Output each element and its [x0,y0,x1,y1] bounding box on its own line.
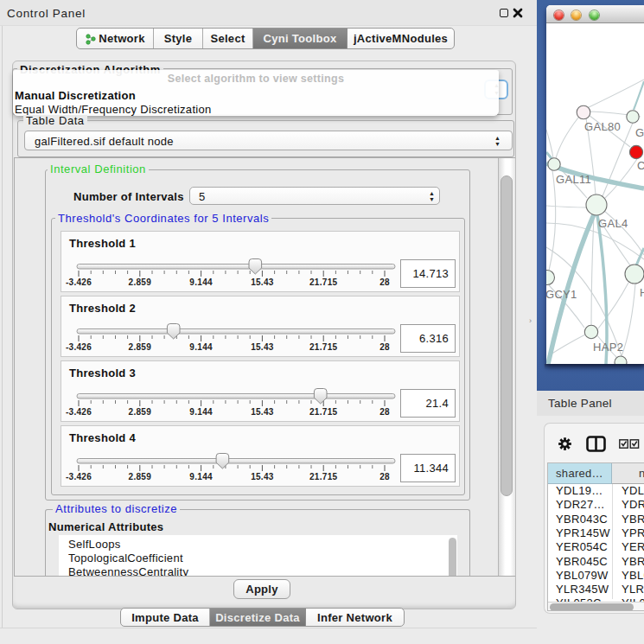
svg-text:15.43: 15.43 [251,407,274,417]
svg-text:28: 28 [379,277,390,287]
svg-text:15.43: 15.43 [251,472,274,481]
svg-text:2.859: 2.859 [129,472,152,481]
svg-text:9.144: 9.144 [189,472,213,481]
svg-text:9.144: 9.144 [189,342,213,352]
svg-text:9.144: 9.144 [189,277,213,287]
svg-text:21.715: 21.715 [309,277,338,287]
svg-text:-3.426: -3.426 [66,407,92,417]
svg-text:GA: GA [635,126,644,139]
svg-text:-3.426: -3.426 [66,472,92,481]
svg-text:21.715: 21.715 [309,342,338,352]
svg-text:2.859: 2.859 [129,407,152,417]
svg-text:HAP2: HAP2 [593,341,623,354]
svg-text:-3.426: -3.426 [66,342,92,352]
svg-text:2.859: 2.859 [129,277,152,287]
svg-text:GAL4: GAL4 [598,217,628,230]
svg-text:C: C [637,159,644,172]
svg-text:21.715: 21.715 [309,407,338,417]
svg-text:2.859: 2.859 [129,342,152,352]
svg-text:9.144: 9.144 [189,407,213,417]
svg-text:28: 28 [379,407,390,417]
svg-text:28: 28 [379,342,390,352]
svg-text:GCY1: GCY1 [546,288,577,301]
svg-text:15.43: 15.43 [251,342,274,352]
svg-text:28: 28 [379,472,390,481]
svg-text:-3.426: -3.426 [66,277,92,287]
svg-text:H: H [640,286,644,299]
svg-text:15.43: 15.43 [251,277,274,287]
svg-text:GAL80: GAL80 [584,120,621,133]
svg-text:GAL11: GAL11 [556,173,591,186]
svg-text:21.715: 21.715 [309,472,338,481]
